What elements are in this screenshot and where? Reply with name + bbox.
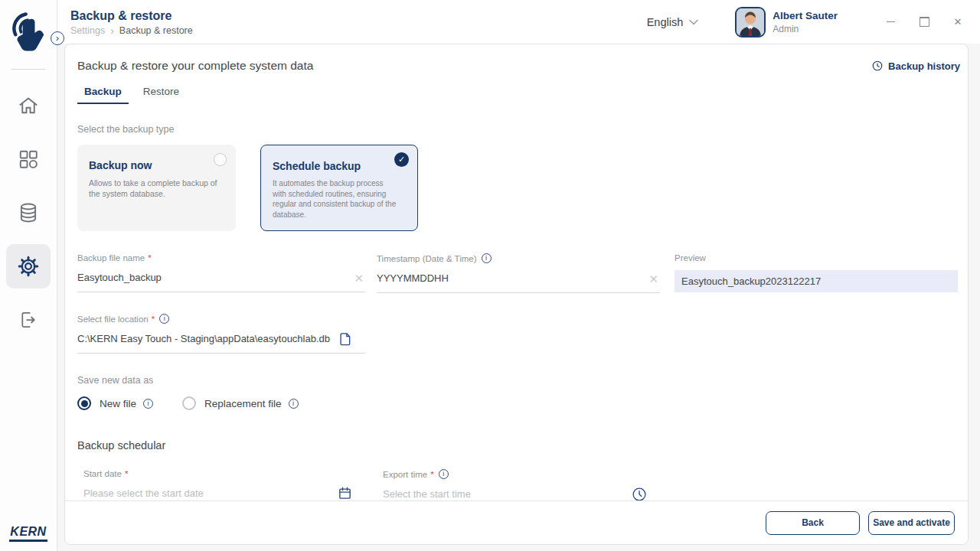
chevron-down-icon [689,19,698,25]
sidebar-expand-button[interactable] [51,31,64,45]
check-circle-icon[interactable] [394,152,409,167]
start-date-input[interactable]: Please select the start date [83,487,365,500]
kern-logo-text: KERN [10,525,46,538]
backup-history-label: Backup history [888,60,960,72]
radio-unchecked-icon[interactable] [214,153,227,166]
info-icon[interactable] [159,314,169,324]
settings-gear-icon [17,255,40,278]
timestamp-value: YYYYMMDDHH [377,272,449,284]
required-asterisk: * [152,315,155,324]
open-time-picker-button[interactable] [631,486,648,500]
new-file-option[interactable]: New file [77,396,153,410]
logout-icon [18,309,39,331]
required-asterisk: * [430,470,433,479]
preview-field: Preview Easytouch_backup2023122217 [675,253,958,293]
file-location-label: Select file location * [77,314,365,324]
required-asterisk: * [125,469,128,478]
file-icon [338,331,353,347]
info-icon[interactable] [289,399,299,409]
sidebar-item-apps[interactable] [6,137,51,181]
backup-file-name-input[interactable]: Easytouch_backup ✕ [77,272,365,292]
form-row-2: Select file location * C:\KERN Easy Touc… [77,314,960,354]
backup-now-description: Allows to take a complete backup of the … [89,178,225,199]
card-content: Backup & restore your complete system da… [65,44,968,500]
backup-restore-card: Backup & restore your complete system da… [64,44,969,545]
backup-file-name-label-text: Backup file name [77,253,145,262]
radio-unchecked-icon[interactable] [182,396,196,410]
calendar-icon [337,485,353,500]
backup-type-options: Backup now Allows to take a complete bac… [77,145,960,231]
start-date-label: Start date * [77,469,365,478]
replacement-file-option[interactable]: Replacement file [182,396,299,410]
user-role: Admin [773,24,838,34]
open-date-picker-button[interactable] [337,485,353,500]
export-time-placeholder: Select the start time [383,488,471,500]
export-time-label: Export time * [377,469,660,479]
main-area: Backup & restore your complete system da… [57,44,980,551]
backup-history-link[interactable]: Backup history [871,60,960,72]
sidebar: KERN [0,0,57,551]
browse-file-button[interactable] [338,331,353,350]
save-and-activate-button[interactable]: Save and activate [868,511,955,535]
clock-icon [631,486,648,500]
radio-checked-icon[interactable] [77,396,91,410]
start-date-placeholder: Please select the start date [83,487,204,499]
top-bar: Backup & restore Settings › Backup & res… [57,0,980,44]
timestamp-field: Timestamp (Date & Time) YYYYMMDDHH ✕ [377,253,660,293]
timestamp-label: Timestamp (Date & Time) [377,253,660,263]
schedule-backup-title: Schedule backup [273,160,406,172]
home-icon [17,94,40,117]
tab-backup[interactable]: Backup [77,86,129,104]
window-close-button[interactable] [952,17,963,28]
sidebar-item-database[interactable] [6,191,51,235]
back-button[interactable]: Back [766,511,860,535]
required-asterisk: * [148,253,151,262]
user-menu[interactable]: Albert Sauter Admin [735,7,838,37]
preview-value: Easytouch_backup2023122217 [675,270,958,292]
touch-logo-icon [11,11,46,55]
breadcrumb-settings[interactable]: Settings [70,25,105,36]
timestamp-input[interactable]: YYYYMMDDHH ✕ [377,272,660,293]
window-minimize-button[interactable] [885,17,896,28]
save-as-options: New file Replacement file [77,396,960,410]
app-logo [11,8,46,58]
tab-restore[interactable]: Restore [136,86,186,104]
info-icon[interactable] [143,399,153,409]
clear-icon[interactable]: ✕ [648,272,658,286]
backup-file-name-label: Backup file name * [77,253,365,262]
card-title: Backup & restore your complete system da… [77,59,313,73]
sidebar-item-home[interactable] [6,83,51,128]
window-maximize-button[interactable] [919,17,929,28]
breadcrumb-current: Backup & restore [119,25,193,36]
user-info: Albert Sauter Admin [773,10,838,34]
language-selector[interactable]: English [647,16,699,28]
schedule-backup-option[interactable]: Schedule backup It automates the backup … [260,145,418,231]
apps-grid-icon [17,148,40,171]
timestamp-label-text: Timestamp (Date & Time) [377,254,477,263]
card-header: Backup & restore your complete system da… [77,44,960,73]
info-icon[interactable] [439,469,449,479]
file-location-value: C:\KERN Easy Touch - Staging\appData\eas… [77,333,330,344]
clear-icon[interactable]: ✕ [354,272,364,285]
info-icon[interactable] [482,253,492,263]
page-heading: Backup & restore Settings › Backup & res… [70,8,193,36]
breadcrumb-separator: › [110,25,114,36]
file-location-label-text: Select file location [77,315,149,324]
backup-now-option[interactable]: Backup now Allows to take a complete bac… [77,145,236,231]
file-location-input[interactable]: C:\KERN Easy Touch - Staging\appData\eas… [77,333,365,354]
backup-type-label: Select the backup type [77,124,960,135]
replacement-file-label: Replacement file [204,398,282,409]
sidebar-item-settings[interactable] [6,244,51,289]
top-bar-right: English Albert Sauter Admin [647,7,980,37]
sidebar-item-logout[interactable] [6,298,51,342]
kern-brand-logo: KERN [9,525,47,542]
save-as-label: Save new data as [77,375,960,386]
database-icon [17,201,40,224]
export-time-input[interactable]: Select the start time [383,488,660,500]
preview-label-text: Preview [675,253,706,262]
card-footer: Back Save and activate [65,500,968,544]
scheduler-row: Start date * Please select the start dat… [77,469,960,500]
user-name: Albert Sauter [773,10,838,21]
backup-file-name-value: Easytouch_backup [77,272,162,283]
start-date-field: Start date * Please select the start dat… [77,469,365,500]
